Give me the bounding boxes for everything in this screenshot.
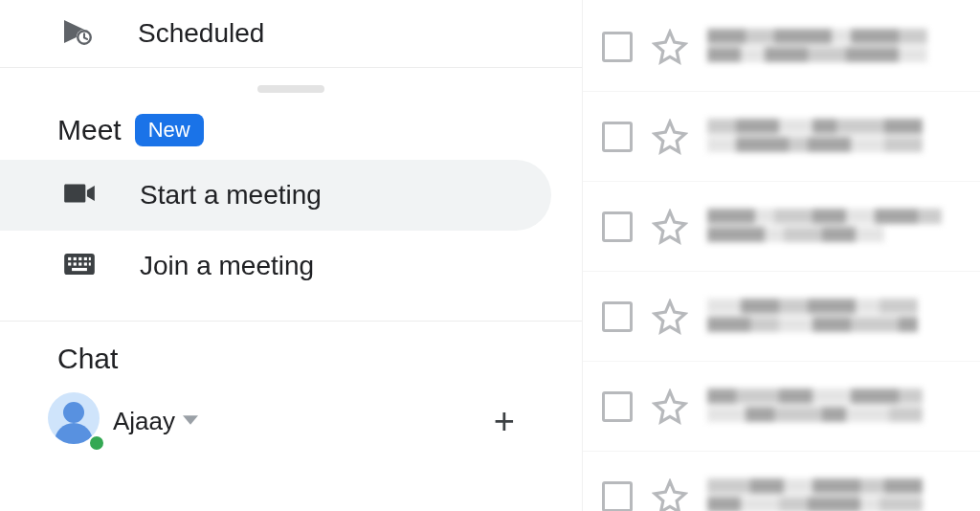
select-checkbox[interactable] [602,32,633,62]
join-meeting-button[interactable]: Join a meeting [0,231,551,301]
email-sender-redacted [707,478,947,512]
meet-title: Meet [57,114,122,146]
chat-user-name: Ajaay [113,407,175,436]
select-checkbox[interactable] [602,122,633,152]
chat-title: Chat [0,343,582,375]
email-row[interactable] [583,362,980,452]
star-icon[interactable] [652,389,688,425]
join-meeting-label: Join a meeting [140,251,314,281]
videocam-icon [61,175,98,215]
email-row[interactable] [583,2,980,92]
chat-user-row[interactable]: Ajaay + [0,392,582,450]
star-icon[interactable] [652,478,688,512]
meet-section-header: Meet New [0,89,582,160]
svg-rect-6 [84,257,87,260]
svg-rect-3 [68,257,71,260]
email-sender-redacted [707,119,947,155]
email-sender-redacted [707,29,947,65]
select-checkbox[interactable] [602,211,633,242]
star-icon[interactable] [652,29,688,65]
presence-indicator [88,434,105,452]
svg-rect-4 [74,257,77,260]
select-checkbox[interactable] [602,481,633,512]
svg-rect-11 [84,262,87,265]
start-meeting-button[interactable]: Start a meeting [0,160,551,231]
scheduled-icon [61,14,96,53]
star-icon[interactable] [652,299,688,335]
svg-rect-13 [72,268,87,271]
email-sender-redacted [707,209,947,245]
svg-rect-5 [78,257,81,260]
email-sender-redacted [707,389,947,425]
keyboard-icon [61,246,98,286]
svg-rect-8 [68,262,71,265]
sidebar-item-scheduled[interactable]: Scheduled [0,0,582,67]
svg-rect-7 [89,257,91,260]
start-meeting-label: Start a meeting [140,180,322,211]
svg-rect-9 [74,262,77,265]
email-sender-redacted [707,299,947,335]
scheduled-label: Scheduled [138,18,264,49]
email-list [582,0,980,511]
divider [0,67,582,68]
star-icon[interactable] [652,209,688,245]
svg-rect-12 [89,262,91,265]
star-icon[interactable] [652,119,688,155]
chat-section: Chat Ajaay + [0,322,582,450]
chevron-down-icon[interactable] [183,412,198,430]
select-checkbox[interactable] [602,391,633,422]
email-row[interactable] [583,92,980,182]
sidebar: Scheduled Meet New Start a meeting [0,0,582,511]
add-chat-button[interactable]: + [494,401,515,442]
email-row[interactable] [583,452,980,511]
email-row[interactable] [583,272,980,362]
new-badge: New [135,114,204,146]
email-row[interactable] [583,182,980,272]
svg-rect-10 [78,262,81,265]
avatar [48,392,105,450]
select-checkbox[interactable] [602,301,633,332]
